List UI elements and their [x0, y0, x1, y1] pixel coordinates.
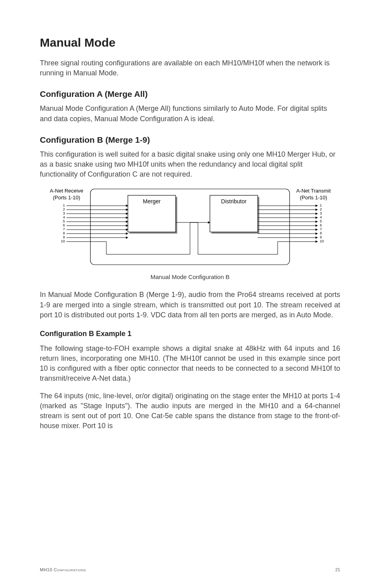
port-in-6: 6 — [63, 223, 65, 227]
port-out-9: 9 — [320, 235, 322, 239]
port-out-5: 5 — [320, 219, 322, 223]
port-out-10: 10 — [320, 239, 324, 243]
intro-paragraph: Three signal routing configurations are … — [40, 58, 340, 78]
port-in-8: 8 — [63, 231, 65, 235]
config-b-heading: Configuration B (Merge 1-9) — [40, 135, 340, 145]
port-out-8: 8 — [320, 231, 322, 235]
transmit-label-bottom: (Ports 1-10) — [300, 195, 327, 201]
diagram-caption: Manual Mode Configuration B — [40, 273, 340, 280]
port-in-10: 10 — [61, 239, 65, 243]
config-a-paragraph: Manual Mode Configuration A (Merge All) … — [40, 104, 340, 124]
example-1-paragraph-a: The following stage-to-FOH example shows… — [40, 344, 340, 384]
port-out-4: 4 — [320, 215, 322, 219]
port-out-7: 7 — [320, 227, 322, 231]
port-in-2: 2 — [63, 207, 65, 211]
transmit-label-top: A-Net Transmit — [296, 188, 331, 194]
port-in-4: 4 — [63, 215, 65, 219]
port-in-7: 7 — [63, 227, 65, 231]
config-b-description: This configuration is well suited for a … — [40, 149, 340, 180]
page-number: 21 — [335, 567, 340, 572]
receive-label-top: A-Net Receive — [50, 188, 83, 194]
config-b-diagram: Merger Distributor A-Net Receive (Ports … — [43, 187, 337, 270]
config-a-heading: Configuration A (Merge All) — [40, 89, 340, 99]
footer-section-title: MH10 Configurations — [40, 567, 86, 572]
example-1-paragraph-b: The 64 inputs (mic, line-level, or/or di… — [40, 391, 340, 431]
example-1-heading: Configuration B Example 1 — [40, 330, 340, 338]
port-out-6: 6 — [320, 223, 322, 227]
distributor-label: Distributor — [221, 198, 247, 205]
port-out-2: 2 — [320, 207, 322, 211]
port-out-1: 1 — [320, 203, 322, 207]
config-b-detail: In Manual Mode Configuration B (Merge 1-… — [40, 290, 340, 320]
page-title: Manual Mode — [40, 36, 340, 49]
port-in-9: 9 — [63, 235, 65, 239]
port-in-5: 5 — [63, 219, 65, 223]
port-in-3: 3 — [63, 211, 65, 215]
port-out-3: 3 — [320, 211, 322, 215]
receive-label-bottom: (Ports 1-10) — [53, 195, 80, 201]
merger-label: Merger — [143, 198, 161, 205]
port-in-1: 1 — [63, 203, 65, 207]
